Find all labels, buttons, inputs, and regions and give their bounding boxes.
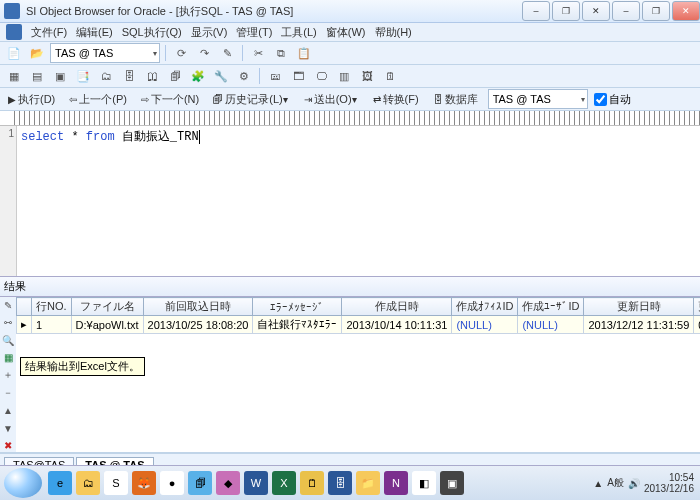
cell-idx[interactable]: 1 (32, 316, 72, 334)
convert-button[interactable]: ⇄转换(F) (369, 90, 423, 108)
tray-flag-icon[interactable]: ▲ (593, 478, 603, 489)
del-row-icon[interactable]: － (1, 386, 15, 400)
code-area[interactable]: select * from 自動振込_TRN (17, 126, 700, 276)
taskbar-firefox-icon[interactable]: 🦊 (132, 471, 156, 495)
tb-icon-11[interactable]: ⚙ (234, 66, 254, 86)
child-maximize-button[interactable]: ❐ (552, 1, 580, 21)
exec-button[interactable]: ▶执行(D) (4, 90, 59, 108)
filter-icon[interactable]: 🜺 (1, 316, 15, 329)
taskbar-app6-icon[interactable]: ▣ (440, 471, 464, 495)
cell-mkoffice[interactable]: (NULL) (452, 316, 518, 334)
rollback-icon[interactable]: ↷ (194, 43, 214, 63)
sql-editor[interactable]: 1 select * from 自動振込_TRN (0, 126, 700, 276)
minimize-button[interactable]: – (612, 1, 640, 21)
tb-icon-4[interactable]: 📑 (73, 66, 93, 86)
tray-net-icon[interactable]: 🔊 (628, 478, 640, 489)
taskbar-sogou-icon[interactable]: S (104, 471, 128, 495)
table-row[interactable]: ▸ 1 D:¥apoWl.txt 2013/10/25 18:08:20 自社銀… (17, 316, 701, 334)
tb-icon-17[interactable]: 🗓 (380, 66, 400, 86)
cut-icon[interactable]: ✂ (248, 43, 268, 63)
col-mkuser[interactable]: 作成ﾕｰｻﾞID (518, 298, 584, 316)
menu-help[interactable]: 帮助(H) (375, 25, 412, 40)
down-icon[interactable]: ▼ (1, 421, 15, 434)
excel-export-icon[interactable]: ▦ (1, 351, 15, 364)
menu-tool[interactable]: 工具(L) (281, 25, 316, 40)
cell-mkuser[interactable]: (NULL) (518, 316, 584, 334)
col-upddate[interactable]: 更新日時 (584, 298, 694, 316)
tb-icon-5[interactable]: 🗂 (96, 66, 116, 86)
taskbar-app2-icon[interactable]: ◆ (216, 471, 240, 495)
history-button[interactable]: 🗐历史记录(L)▾ (209, 90, 293, 108)
auto-checkbox[interactable]: 自动 (594, 92, 631, 107)
tb-icon-15[interactable]: ▥ (334, 66, 354, 86)
menu-file[interactable]: 文件(F) (31, 25, 67, 40)
tb-icon-10[interactable]: 🔧 (211, 66, 231, 86)
tb-icon-6[interactable]: 🗄 (119, 66, 139, 86)
taskbar-app4-icon[interactable]: 🗄 (328, 471, 352, 495)
cell-updoffice[interactable]: 0001 (694, 316, 700, 334)
tb-icon-16[interactable]: 🖼 (357, 66, 377, 86)
tb-icon-14[interactable]: 🖵 (311, 66, 331, 86)
menu-manage[interactable]: 管理(T) (236, 25, 272, 40)
tray-ime[interactable]: A般 (607, 476, 624, 490)
copy-icon[interactable]: ⧉ (271, 43, 291, 63)
menu-window[interactable]: 窗体(W) (326, 25, 366, 40)
tb-icon-13[interactable]: 🗔 (288, 66, 308, 86)
maximize-button[interactable]: ❐ (642, 1, 670, 21)
connection-dropdown[interactable]: TAS @ TAS (50, 43, 160, 63)
taskbar-ie-icon[interactable]: e (48, 471, 72, 495)
tb-icon-1[interactable]: ▦ (4, 66, 24, 86)
taskbar-app3-icon[interactable]: 🗒 (300, 471, 324, 495)
close-button[interactable]: ✕ (672, 1, 700, 21)
new-icon[interactable]: 📄 (4, 43, 24, 63)
prev-button[interactable]: ⇦上一个(P) (65, 90, 131, 108)
sys-menu-icon[interactable] (6, 24, 22, 40)
taskbar-onenote-icon[interactable]: N (384, 471, 408, 495)
system-tray[interactable]: ▲ A般 🔊 10:54 2013/12/16 (593, 472, 700, 494)
col-idx[interactable]: 行NO. (32, 298, 72, 316)
tb-icon-12[interactable]: 🖭 (265, 66, 285, 86)
add-row-icon[interactable]: ＋ (1, 368, 15, 382)
tb-icon-7[interactable]: 🕮 (142, 66, 162, 86)
col-lastimport[interactable]: 前回取込日時 (143, 298, 253, 316)
taskbar-app1-icon[interactable]: 🗐 (188, 471, 212, 495)
paste-icon[interactable]: 📋 (294, 43, 314, 63)
cell-upddate[interactable]: 2013/12/12 11:31:59 (584, 316, 694, 334)
taskbar-folder-icon[interactable]: 📁 (356, 471, 380, 495)
col-updoffice[interactable]: 更新ｵﾌｨｽID (694, 298, 700, 316)
tb-icon-8[interactable]: 🗐 (165, 66, 185, 86)
col-filename[interactable]: ファイル名 (71, 298, 143, 316)
cell-filename[interactable]: D:¥apoWl.txt (71, 316, 143, 334)
open-icon[interactable]: 📂 (27, 43, 47, 63)
search-icon[interactable]: 🔍 (1, 334, 15, 347)
truncate-icon[interactable]: ✖ (1, 439, 15, 452)
edit-row-icon[interactable]: ✎ (1, 299, 15, 312)
next-button[interactable]: ⇨下一个(N) (137, 90, 203, 108)
cell-marker[interactable]: ▸ (17, 316, 32, 334)
tb-icon-3[interactable]: ▣ (50, 66, 70, 86)
menu-edit[interactable]: 编辑(E) (76, 25, 113, 40)
taskbar-app5-icon[interactable]: ◧ (412, 471, 436, 495)
col-errmsg[interactable]: ｴﾗｰﾒｯｾｰｼﾞ (253, 298, 342, 316)
taskbar-chrome-icon[interactable]: ● (160, 471, 184, 495)
tb-icon-9[interactable]: 🧩 (188, 66, 208, 86)
col-mkoffice[interactable]: 作成ｵﾌｨｽID (452, 298, 518, 316)
datasource-dropdown[interactable]: TAS @ TAS (488, 89, 588, 109)
taskbar-excel-icon[interactable]: X (272, 471, 296, 495)
start-button[interactable] (4, 468, 42, 498)
child-minimize-button[interactable]: – (522, 1, 550, 21)
cell-mkdate[interactable]: 2013/10/14 10:11:31 (342, 316, 452, 334)
col-marker[interactable] (17, 298, 32, 316)
auto-check-input[interactable] (594, 93, 607, 106)
menu-display[interactable]: 显示(V) (191, 25, 228, 40)
cell-errmsg[interactable]: 自社銀行ﾏｽﾀｴﾗｰ (253, 316, 342, 334)
export-button[interactable]: ⇥送出(O)▾ (300, 90, 363, 108)
col-mkdate[interactable]: 作成日時 (342, 298, 452, 316)
child-close-button[interactable]: ✕ (582, 1, 610, 21)
refresh-icon[interactable]: ⟳ (171, 43, 191, 63)
tray-clock[interactable]: 10:54 2013/12/16 (644, 472, 694, 494)
cell-lastimport[interactable]: 2013/10/25 18:08:20 (143, 316, 253, 334)
commit-icon[interactable]: ✎ (217, 43, 237, 63)
tb-icon-2[interactable]: ▤ (27, 66, 47, 86)
results-grid[interactable]: 行NO. ファイル名 前回取込日時 ｴﾗｰﾒｯｾｰｼﾞ 作成日時 作成ｵﾌｨｽI… (16, 297, 700, 452)
